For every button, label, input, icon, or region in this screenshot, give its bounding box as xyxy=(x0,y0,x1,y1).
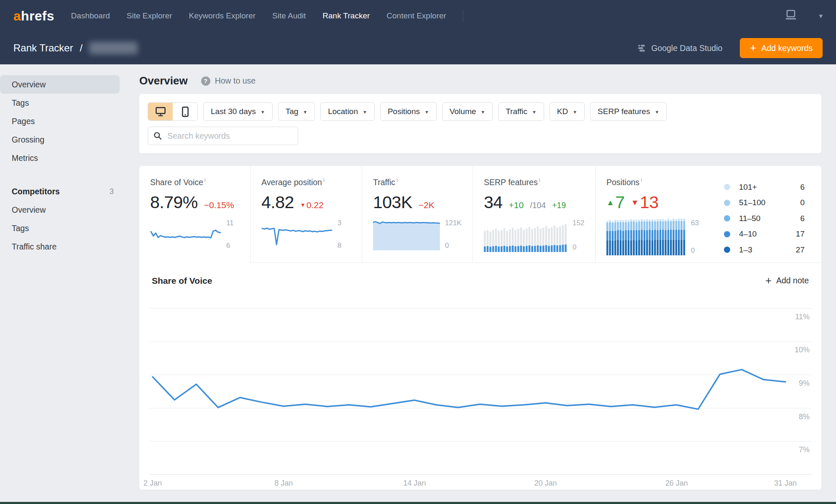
share-of-voice-chart[interactable]: 11%10%9%8%7% xyxy=(149,295,811,475)
tab-share-of-voice[interactable]: Share of Voicei 8.79% −0.15% 116 xyxy=(139,166,250,263)
location-dropdown[interactable]: Location▼ xyxy=(320,102,375,121)
positions-label: Positions xyxy=(388,107,420,116)
kd-dropdown[interactable]: KD▼ xyxy=(550,102,585,121)
kd-label: KD xyxy=(557,107,568,116)
sidebar-item-competitors-overview[interactable]: Overview xyxy=(0,201,120,219)
caret-down-icon: ▼ xyxy=(654,109,659,115)
legend-value: 27 xyxy=(796,245,805,255)
sidebar-item-metrics[interactable]: Metrics xyxy=(0,149,120,167)
info-icon[interactable]: i xyxy=(205,177,206,183)
serp-features-value: 34 xyxy=(484,193,503,212)
sidebar-item-competitors-tags[interactable]: Tags xyxy=(0,219,120,237)
nav-rank-tracker[interactable]: Rank Tracker xyxy=(322,11,370,20)
metric-tabs: Share of Voicei 8.79% −0.15% 116 Average… xyxy=(139,166,821,263)
main-content: Overview ? How to use Last 30 days▼ Tag▼ xyxy=(139,64,821,501)
legend-value: 6 xyxy=(800,183,805,192)
page-title: Overview xyxy=(139,74,188,87)
sidebar-item-pages[interactable]: Pages xyxy=(0,112,120,130)
competitors-header: Competitors xyxy=(12,187,60,196)
serp-features-total: /104 xyxy=(530,201,546,210)
date-range-dropdown[interactable]: Last 30 days▼ xyxy=(203,102,273,121)
x-axis-tick: 8 Jan xyxy=(274,479,293,488)
how-to-use-label: How to use xyxy=(215,76,256,86)
positions-down: ▼13 xyxy=(631,193,659,212)
chart-title: Share of Voice xyxy=(152,276,212,286)
serp-features-dropdown[interactable]: SERP features▼ xyxy=(590,102,667,121)
x-axis-tick: 2 Jan xyxy=(143,479,162,488)
chart-header: Share of Voice + Add note xyxy=(152,275,809,287)
sidebar-item-grossing[interactable]: Grossing xyxy=(0,130,120,149)
share-of-voice-line xyxy=(149,295,811,475)
sidebar-item-tags[interactable]: Tags xyxy=(0,94,120,112)
traffic-label: Traffic xyxy=(506,107,527,116)
nav-divider xyxy=(463,10,463,22)
caret-down-icon: ▼ xyxy=(303,109,307,115)
x-axis-tick: 14 Jan xyxy=(403,479,426,488)
devices-icon[interactable] xyxy=(785,10,797,22)
desktop-toggle-button[interactable] xyxy=(148,103,173,120)
info-icon[interactable]: i xyxy=(396,177,398,183)
legend-dot-11-50 xyxy=(724,215,730,221)
tab-serp-features[interactable]: SERP featuresi 34 +10 /104 +19 1520 xyxy=(473,166,595,263)
search-keywords-input[interactable] xyxy=(166,131,292,141)
info-icon[interactable]: i xyxy=(539,177,540,183)
page-body: Overview Tags Pages Grossing Metrics Com… xyxy=(0,64,836,501)
device-toggle xyxy=(148,102,198,121)
serp-features-label: SERP features xyxy=(598,107,650,116)
tab-traffic[interactable]: Traffici 103K −2K 121K0 xyxy=(362,166,473,263)
how-to-use-link[interactable]: ? How to use xyxy=(201,76,256,86)
avg-spark-axis: 38 xyxy=(337,219,341,250)
nav-right-controls: ▾ xyxy=(785,10,823,22)
tab-positions[interactable]: Positionsi ▲7 ▼13 630 101 xyxy=(595,166,821,263)
sidebar: Overview Tags Pages Grossing Metrics Com… xyxy=(0,64,128,256)
traffic-dropdown[interactable]: Traffic▼ xyxy=(498,102,544,121)
up-triangle-icon: ▲ xyxy=(606,198,614,207)
add-note-button[interactable]: + Add note xyxy=(765,275,809,287)
add-keywords-button[interactable]: + Add keywords xyxy=(740,38,823,58)
avg-position-value: 4.82 xyxy=(261,193,294,212)
legend-label: 4–10 xyxy=(739,229,786,239)
project-name-redacted[interactable] xyxy=(89,42,138,54)
serp-features-bars xyxy=(484,219,568,252)
avg-position-change: ▼0.22 xyxy=(300,200,324,210)
account-caret-icon[interactable]: ▾ xyxy=(819,12,823,20)
legend-row-51-100: 51–1000 xyxy=(724,195,805,211)
serp-features-change: +10 xyxy=(509,200,524,210)
positions-summary: Positionsi ▲7 ▼13 630 xyxy=(606,177,713,262)
legend-row-4-10: 4–1017 xyxy=(724,227,805,242)
legend-value: 0 xyxy=(800,198,805,207)
breadcrumb-app[interactable]: Rank Tracker xyxy=(13,42,73,54)
add-note-label: Add note xyxy=(776,276,809,285)
legend-dot-51-100 xyxy=(724,200,730,206)
sidebar-item-overview[interactable]: Overview xyxy=(0,75,120,94)
nav-site-audit[interactable]: Site Audit xyxy=(272,11,306,20)
positions-dropdown[interactable]: Positions▼ xyxy=(380,102,437,121)
legend-dot-1-3 xyxy=(724,247,730,253)
ahrefs-logo[interactable]: ahrefs xyxy=(13,8,54,24)
info-icon[interactable]: i xyxy=(323,177,325,183)
mobile-toggle-button[interactable] xyxy=(173,103,197,120)
traffic-change: −2K xyxy=(419,200,435,210)
desktop-icon xyxy=(156,107,166,117)
volume-dropdown[interactable]: Volume▼ xyxy=(442,102,493,121)
legend-row-1-3: 1–327 xyxy=(724,242,805,258)
down-triangle-icon: ▼ xyxy=(631,198,639,207)
info-icon[interactable]: i xyxy=(641,177,642,183)
nav-dashboard[interactable]: Dashboard xyxy=(71,11,110,20)
search-icon xyxy=(153,132,162,140)
tab-average-position[interactable]: Average positioni 4.82 ▼0.22 38 xyxy=(250,166,362,263)
tag-dropdown[interactable]: Tag▼ xyxy=(278,102,315,121)
sov-spark-axis: 116 xyxy=(226,219,234,250)
legend-label: 51–100 xyxy=(739,198,786,207)
google-data-studio-link[interactable]: Google Data Studio xyxy=(637,43,722,53)
keyword-search-box xyxy=(148,127,298,145)
nav-content-explorer[interactable]: Content Explorer xyxy=(386,11,446,20)
metrics-card: Share of Voicei 8.79% −0.15% 116 Average… xyxy=(139,166,821,490)
nav-keywords-explorer[interactable]: Keywords Explorer xyxy=(189,11,256,20)
sov-sparkline xyxy=(150,219,221,250)
caret-down-icon: ▼ xyxy=(261,109,265,115)
nav-site-explorer[interactable]: Site Explorer xyxy=(127,11,172,20)
sidebar-item-traffic-share[interactable]: Traffic share xyxy=(0,237,120,256)
positions-legend: 101+6 51–1000 11–506 4–1017 1–327 xyxy=(713,177,805,262)
page-title-row: Overview ? How to use xyxy=(139,74,821,87)
